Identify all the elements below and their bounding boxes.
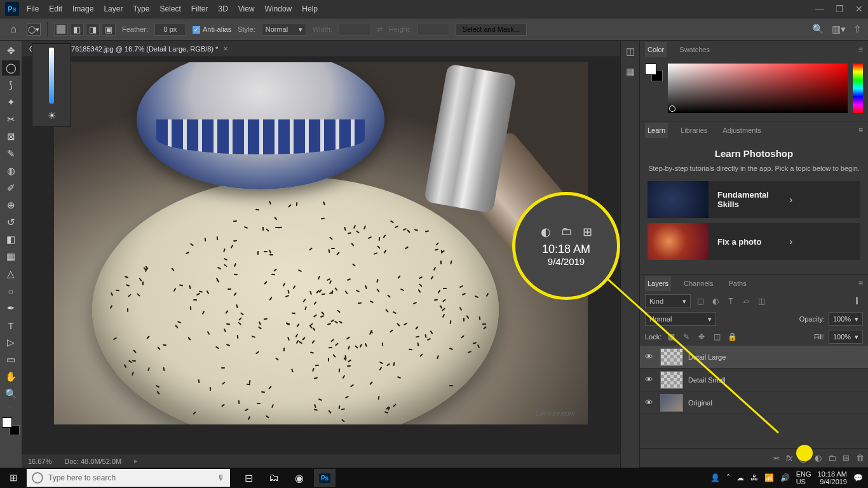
panel-menu-icon[interactable]: ≡ — [858, 45, 863, 54]
blend-mode-dropdown[interactable]: Normal▾ — [645, 312, 716, 326]
document-tab[interactable]: GettyImages-76185342.jpg @ 16.7% (Detail… — [22, 41, 620, 57]
lock-artboard-icon[interactable]: ◫ — [711, 331, 722, 342]
visibility-icon[interactable]: 👁 — [645, 352, 655, 362]
new-layer-icon[interactable]: ⊞ — [843, 453, 850, 463]
zoom-level[interactable]: 16.67% — [28, 458, 51, 465]
photoshop-taskbar-icon[interactable]: Ps — [314, 469, 336, 487]
color-field[interactable] — [668, 64, 848, 113]
share-icon[interactable]: ⇧ — [853, 24, 862, 35]
clone-tool-icon[interactable]: ⊕ — [2, 198, 20, 213]
layer-row[interactable]: 👁Detail Small — [640, 369, 868, 391]
taskbar-search[interactable]: Type here to search 🎙 — [27, 469, 230, 487]
file-explorer-icon[interactable]: 🗂 — [263, 469, 285, 487]
chrome-icon[interactable]: ◉ — [288, 469, 310, 487]
hand-tool-icon[interactable]: ✋ — [2, 369, 20, 384]
tab-paths[interactable]: Paths — [726, 276, 749, 291]
filter-smart-icon[interactable]: ◫ — [756, 295, 767, 307]
lock-pos-icon[interactable]: ✥ — [696, 331, 707, 342]
frame-tool-icon[interactable]: ⊠ — [2, 129, 20, 144]
home-icon[interactable]: ⌂ — [6, 22, 20, 36]
panel-menu-icon[interactable]: ≡ — [858, 126, 863, 135]
learn-card-fundamental[interactable]: Fundamental Skills› — [648, 181, 860, 218]
rectangle-tool-icon[interactable]: ▭ — [2, 352, 20, 367]
clock[interactable]: 10:18 AM9/4/2019 — [818, 470, 847, 485]
search-icon[interactable]: 🔍 — [812, 24, 824, 35]
menu-image[interactable]: Image — [72, 4, 93, 13]
people-icon[interactable]: 👤 — [710, 473, 720, 482]
pen-tool-icon[interactable]: ✒ — [2, 301, 20, 316]
eyedropper-tool-icon[interactable]: ✎ — [2, 146, 20, 161]
language-indicator[interactable]: ENGUS — [796, 470, 811, 485]
learn-card-fix[interactable]: Fix a photo› — [648, 223, 860, 260]
visibility-icon[interactable]: 👁 — [645, 375, 655, 385]
volume-icon[interactable]: 🔊 — [780, 473, 790, 482]
path-select-icon[interactable]: ▷ — [2, 335, 20, 350]
lasso-tool-icon[interactable]: ⟆ — [2, 78, 20, 93]
crop-tool-icon[interactable]: ✂ — [2, 112, 20, 127]
tool-preset-icon[interactable]: ◯▾ — [27, 23, 41, 36]
history-panel-icon[interactable]: ◫ — [626, 46, 635, 57]
lock-all-icon[interactable]: 🔒 — [726, 331, 738, 342]
healing-tool-icon[interactable]: ◍ — [2, 163, 20, 179]
minimize-icon[interactable]: — — [815, 4, 824, 14]
notifications-icon[interactable]: 💬 — [853, 473, 863, 482]
layer-row[interactable]: 👁Detail Large — [640, 346, 868, 369]
tab-channels[interactable]: Channels — [681, 276, 715, 291]
link-layers-icon[interactable]: ⫘ — [771, 453, 780, 463]
type-tool-icon[interactable]: T — [2, 318, 20, 333]
menu-view[interactable]: View — [238, 4, 255, 13]
menu-3d[interactable]: 3D — [218, 4, 227, 13]
select-and-mask-button[interactable]: Select and Mask... — [456, 23, 527, 36]
adjustment-layer-icon[interactable]: ◐ — [815, 453, 822, 463]
properties-panel-icon[interactable]: ▦ — [626, 66, 635, 78]
quick-select-tool-icon[interactable]: ✦ — [2, 95, 20, 110]
panel-menu-icon[interactable]: ≡ — [858, 279, 863, 288]
menu-layer[interactable]: Layer — [104, 4, 123, 13]
start-button[interactable]: ⊞ — [0, 468, 27, 488]
onedrive-icon[interactable]: ☁ — [736, 473, 744, 482]
filter-pixel-icon[interactable]: ▢ — [695, 295, 706, 307]
move-tool-icon[interactable]: ✥ — [2, 43, 20, 58]
filter-toggle-icon[interactable]: ⏽ — [851, 295, 863, 307]
brightness-slider-popup[interactable]: ☀ — [32, 43, 71, 127]
eraser-tool-icon[interactable]: ◧ — [2, 232, 20, 247]
hue-slider[interactable] — [853, 64, 863, 113]
tab-learn[interactable]: Learn — [645, 123, 668, 138]
tab-adjustments[interactable]: Adjustments — [720, 123, 764, 138]
color-fgbg[interactable] — [645, 64, 663, 81]
dodge-tool-icon[interactable]: ○ — [2, 283, 20, 299]
tab-layers[interactable]: Layers — [645, 276, 671, 291]
fill-input[interactable]: 100%▾ — [829, 330, 863, 344]
opacity-input[interactable]: 100%▾ — [829, 312, 863, 326]
task-view-icon[interactable]: ⊟ — [238, 469, 259, 487]
tab-libraries[interactable]: Libraries — [678, 123, 710, 138]
menu-type[interactable]: Type — [133, 4, 149, 13]
menu-window[interactable]: Window — [265, 4, 292, 13]
foreground-background-colors[interactable] — [2, 417, 20, 435]
intersect-selection-icon[interactable]: ▣ — [102, 23, 116, 36]
subtract-selection-icon[interactable]: ◨ — [86, 23, 100, 36]
delete-layer-icon[interactable]: 🗑 — [856, 453, 864, 463]
brush-tool-icon[interactable]: ✐ — [2, 180, 20, 196]
close-tab-icon[interactable]: × — [223, 44, 228, 53]
restore-icon[interactable]: ❐ — [836, 4, 844, 14]
new-selection-icon[interactable] — [54, 23, 68, 36]
style-dropdown[interactable]: Normal▾ — [262, 23, 306, 36]
add-selection-icon[interactable]: ◧ — [70, 23, 84, 36]
arrange-icon[interactable]: ▥▾ — [832, 24, 846, 35]
marquee-tool-icon[interactable]: ◯ — [2, 60, 20, 76]
visibility-icon[interactable]: 👁 — [645, 398, 655, 408]
history-brush-icon[interactable]: ↺ — [2, 215, 20, 230]
tab-swatches[interactable]: Swatches — [677, 42, 712, 57]
feather-input[interactable] — [154, 23, 186, 36]
wifi-icon[interactable]: 📶 — [764, 473, 774, 482]
new-group-icon[interactable]: 🗀 — [828, 453, 836, 463]
layer-fx-icon[interactable]: fx — [786, 453, 792, 463]
antialias-checkbox[interactable]: ✓Anti-alias — [193, 25, 231, 34]
lock-image-icon[interactable]: ✎ — [681, 331, 692, 342]
filter-type-icon[interactable]: T — [725, 295, 736, 307]
menu-file[interactable]: File — [27, 4, 39, 13]
blur-tool-icon[interactable]: △ — [2, 266, 20, 281]
layer-filter-kind[interactable]: Kind▾ — [645, 294, 691, 308]
filter-shape-icon[interactable]: ▱ — [740, 295, 752, 307]
